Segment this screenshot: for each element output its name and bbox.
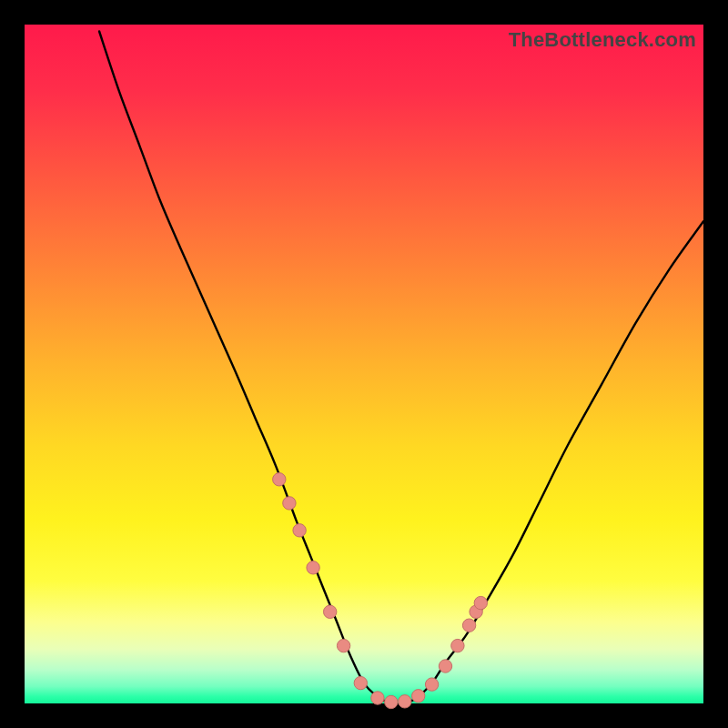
highlight-marker <box>451 639 464 652</box>
highlight-marker <box>439 660 451 672</box>
highlight-marker <box>354 676 367 689</box>
highlight-marker <box>425 678 438 691</box>
curve-layer <box>25 25 703 703</box>
highlight-marker <box>307 561 319 574</box>
highlight-marker <box>399 695 411 708</box>
highlight-marker <box>371 692 384 704</box>
highlight-marker <box>474 596 487 609</box>
bottleneck-curve <box>99 32 703 704</box>
highlight-marker <box>412 690 425 703</box>
highlight-marker <box>283 497 296 510</box>
highlight-marker <box>385 695 398 708</box>
chart-frame: TheBottleneck.com <box>0 0 728 728</box>
highlight-markers <box>273 473 488 709</box>
highlight-marker <box>462 619 475 632</box>
highlight-marker <box>337 639 349 652</box>
highlight-marker <box>273 473 286 486</box>
highlight-marker <box>324 605 337 618</box>
plot-area: TheBottleneck.com <box>25 25 703 703</box>
highlight-marker <box>293 524 306 537</box>
